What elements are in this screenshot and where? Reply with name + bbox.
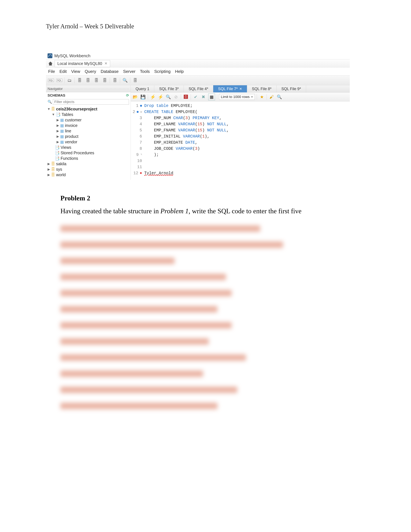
schemas-label: SCHEMAS bbox=[47, 93, 65, 97]
connection-tab-label: Local instance MySQL80 bbox=[57, 61, 102, 66]
find-icon[interactable]: 🔍 bbox=[276, 94, 282, 100]
main-toolbar: SQL SQL 🗂 🗄 🗄 🗄 🗄 🗄 🔍 🗄 bbox=[46, 75, 350, 85]
sql-code-area[interactable]: 12⊖3456789└101112✖ Drop table EMPLOYEE;C… bbox=[131, 101, 350, 178]
toolbar-icon[interactable]: 🗂 bbox=[66, 77, 73, 84]
table-node[interactable]: ▦ line bbox=[47, 128, 129, 134]
explain-icon[interactable]: 🔍 bbox=[165, 94, 171, 100]
row-limit-label: Limit to 1000 rows bbox=[221, 95, 250, 99]
menu-view[interactable]: View bbox=[71, 69, 80, 74]
navigator-label: Navigator bbox=[47, 87, 63, 91]
menu-tools[interactable]: Tools bbox=[140, 69, 150, 74]
open-file-icon[interactable]: 📂 bbox=[132, 94, 138, 100]
schema-node[interactable]: 🗄 sys bbox=[47, 167, 129, 172]
toolbar-icon[interactable]: 🗄 bbox=[85, 77, 91, 84]
editor-tab[interactable]: SQL File 4* bbox=[184, 85, 213, 92]
stop-icon[interactable]: ⊘ bbox=[173, 94, 179, 100]
page-header: Tyler Arnold – Week 5 Deliverable bbox=[46, 23, 365, 30]
schema-node[interactable]: 🗄 sakila bbox=[47, 161, 129, 167]
menu-query[interactable]: Query bbox=[85, 69, 96, 74]
filter-row: 🔍 bbox=[46, 98, 131, 105]
editor-tab[interactable]: Query 1 bbox=[131, 85, 154, 92]
brush-icon[interactable]: 🖌 bbox=[269, 94, 274, 100]
mysql-workbench-screenshot: MySQL Workbench Local instance MySQL80 ✕… bbox=[46, 52, 350, 180]
table-node[interactable]: ▦ vendor bbox=[47, 139, 129, 145]
menu-scripting[interactable]: Scripting bbox=[154, 69, 170, 74]
schema-tree: 🗄 ceis236courseproject 📑 Tables ▦ custom… bbox=[46, 105, 131, 180]
schema-node[interactable]: 🗄 world bbox=[47, 172, 129, 178]
titlebar-text: MySQL Workbench bbox=[54, 53, 90, 58]
menu-help[interactable]: Help bbox=[175, 69, 184, 74]
autocommit-icon[interactable]: ▦ bbox=[208, 94, 215, 100]
document-body: Problem 2 Having created the table struc… bbox=[46, 194, 346, 409]
home-icon[interactable] bbox=[47, 60, 54, 67]
table-node[interactable]: ▦ product bbox=[47, 134, 129, 139]
editor-tab[interactable]: SQL File 8* bbox=[247, 85, 277, 92]
new-sql-tab-icon[interactable]: SQL bbox=[47, 77, 54, 84]
close-icon[interactable]: ✕ bbox=[239, 87, 242, 91]
chevron-down-icon: ▼ bbox=[251, 95, 253, 98]
functions-node[interactable]: 📑 Functions bbox=[47, 156, 129, 161]
toolbar-icon[interactable]: 🗄 bbox=[93, 77, 100, 84]
save-icon[interactable]: 💾 bbox=[140, 94, 146, 100]
toolbar-icon[interactable]: 🗄 bbox=[132, 77, 139, 84]
tables-node[interactable]: 📑 Tables bbox=[47, 112, 129, 117]
search-icon: 🔍 bbox=[47, 100, 52, 104]
execute-icon[interactable]: ⚡ bbox=[150, 94, 156, 100]
beautify-icon[interactable]: ★ bbox=[259, 94, 265, 100]
refresh-icon[interactable]: ⟳ bbox=[126, 93, 129, 97]
close-icon[interactable]: ✕ bbox=[104, 61, 107, 66]
titlebar: MySQL Workbench bbox=[46, 52, 350, 59]
toggle-icon[interactable]: 🅾 bbox=[183, 94, 189, 100]
views-node[interactable]: 📑 Views bbox=[47, 145, 129, 150]
problem-paragraph: Having created the table structure in Pr… bbox=[60, 207, 346, 216]
menu-server[interactable]: Server bbox=[123, 69, 136, 74]
search-icon[interactable]: 🔍 bbox=[122, 77, 129, 84]
toolbar-icon[interactable]: 🗄 bbox=[112, 77, 118, 84]
menu-file[interactable]: File bbox=[48, 69, 55, 74]
execute-current-icon[interactable]: ⚡ bbox=[158, 94, 163, 100]
sql-editor-panel: Query 1SQL File 3*SQL File 4*SQL File 7*… bbox=[131, 85, 350, 180]
problem-heading: Problem 2 bbox=[60, 194, 346, 202]
editor-tab[interactable]: SQL File 9* bbox=[277, 85, 306, 92]
filter-objects-input[interactable] bbox=[53, 99, 129, 105]
blurred-content bbox=[60, 225, 346, 409]
editor-tabstrip: Query 1SQL File 3*SQL File 4*SQL File 7*… bbox=[131, 85, 350, 93]
row-limit-dropdown[interactable]: Limit to 1000 rows ▼ bbox=[219, 94, 255, 100]
table-node[interactable]: ▦ customer bbox=[47, 117, 129, 123]
stored-procedures-node[interactable]: 📑 Stored Procedures bbox=[47, 150, 129, 156]
toolbar-icon[interactable]: 🗄 bbox=[101, 77, 108, 84]
navigator-panel: Navigator ······························… bbox=[46, 85, 131, 180]
rollback-icon[interactable]: ✖ bbox=[200, 94, 206, 100]
schema-node[interactable]: 🗄 ceis236courseproject bbox=[47, 106, 129, 112]
menu-database[interactable]: Database bbox=[101, 69, 119, 74]
schemas-header: SCHEMAS ⟳ bbox=[46, 92, 131, 98]
toolbar-icon[interactable]: 🗄 bbox=[76, 77, 83, 84]
editor-tab[interactable]: SQL File 7*✕ bbox=[213, 85, 247, 92]
navigator-header: Navigator ······························… bbox=[46, 85, 131, 92]
table-node[interactable]: ▦ invoice bbox=[47, 123, 129, 128]
editor-toolbar: 📂 💾 ⚡ ⚡ 🔍 ⊘ 🅾 ✔ ✖ ▦ Limit to 1000 rows bbox=[131, 93, 350, 101]
connection-tab-row: Local instance MySQL80 ✕ bbox=[46, 59, 350, 68]
open-sql-file-icon[interactable]: SQL bbox=[56, 77, 63, 84]
connection-tab[interactable]: Local instance MySQL80 ✕ bbox=[55, 60, 110, 67]
menubar: FileEditViewQueryDatabaseServerToolsScri… bbox=[46, 68, 350, 75]
commit-icon[interactable]: ✔ bbox=[193, 94, 199, 100]
menu-edit[interactable]: Edit bbox=[59, 69, 67, 74]
workbench-app-icon bbox=[47, 53, 53, 58]
editor-tab[interactable]: SQL File 3* bbox=[154, 85, 184, 92]
